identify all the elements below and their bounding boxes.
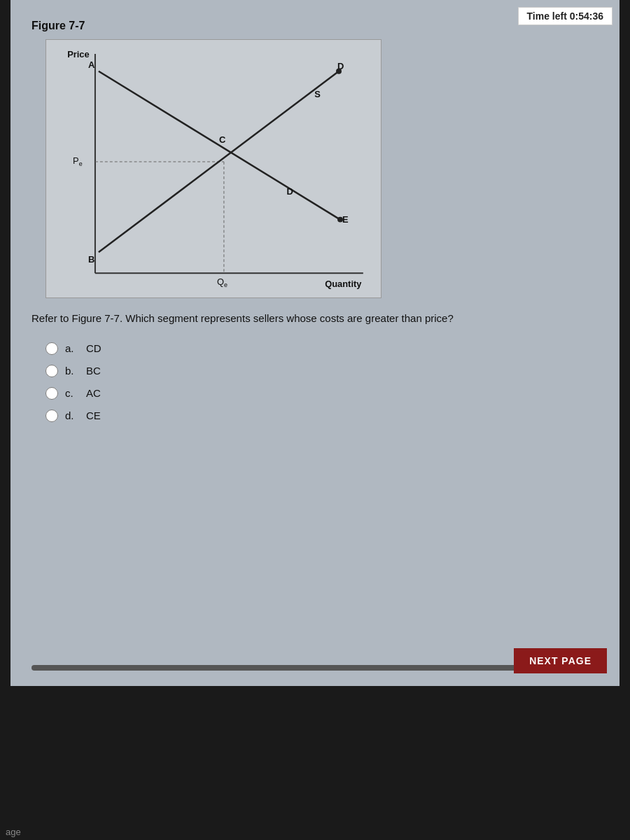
radio-d[interactable]	[46, 410, 58, 422]
svg-text:B: B	[88, 254, 94, 265]
option-a-label: a.	[65, 342, 79, 354]
radio-c[interactable]	[46, 387, 58, 400]
next-page-button[interactable]: NEXT PAGE	[514, 648, 607, 673]
radio-a[interactable]	[46, 342, 58, 355]
timer-text: Time left 0:54:36	[527, 10, 603, 22]
timer-display: Time left 0:54:36	[518, 7, 612, 25]
option-d[interactable]: d. CE	[46, 410, 598, 422]
svg-text:A: A	[88, 59, 94, 70]
option-d-value: CE	[86, 410, 101, 421]
question-text: Refer to Figure 7-7. Which segment repre…	[31, 311, 598, 327]
chart-area: Price Quantity Pe Qe A B C D	[46, 39, 382, 298]
radio-b[interactable]	[46, 365, 58, 377]
option-a[interactable]: a. CD	[46, 342, 598, 355]
option-b-label: b.	[65, 365, 79, 377]
svg-text:S: S	[314, 89, 321, 99]
option-c-label: c.	[65, 387, 79, 399]
option-d-label: d.	[65, 410, 79, 421]
figure-title: Figure 7-7	[31, 20, 598, 32]
option-b-value: BC	[86, 365, 101, 377]
options-container: a. CD b. BC c. AC d. CE	[46, 342, 598, 422]
page-label: age	[0, 824, 27, 840]
option-a-value: CD	[86, 342, 102, 354]
svg-text:C: C	[219, 134, 225, 145]
svg-point-19	[336, 69, 342, 74]
svg-text:D: D	[286, 186, 293, 197]
scrollbar[interactable]	[31, 665, 536, 671]
option-b[interactable]: b. BC	[46, 365, 598, 377]
svg-point-18	[337, 217, 343, 223]
option-c-value: AC	[86, 387, 101, 399]
svg-text:Price: Price	[67, 49, 90, 59]
option-c[interactable]: c. AC	[46, 387, 598, 400]
svg-text:E: E	[342, 214, 349, 225]
svg-text:Quantity: Quantity	[325, 279, 362, 289]
